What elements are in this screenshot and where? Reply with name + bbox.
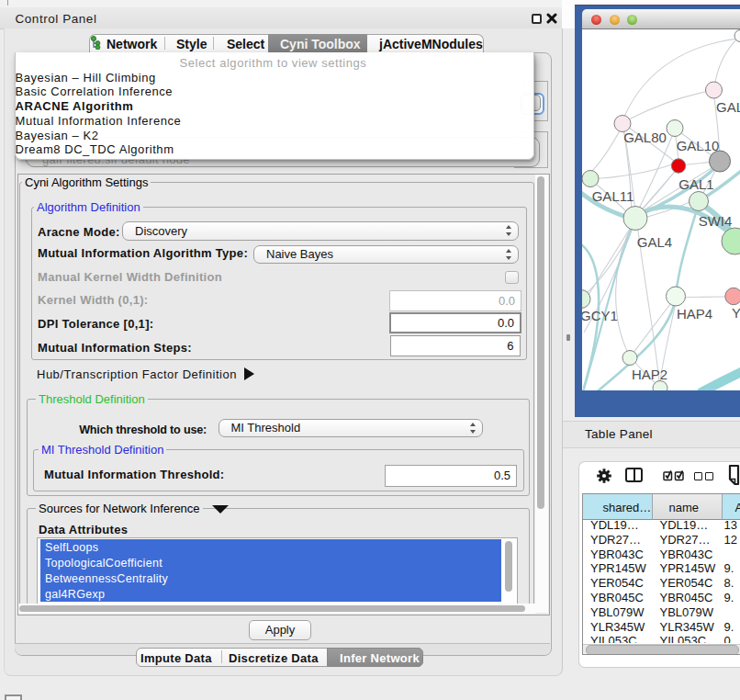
svg-text:GAL4: GAL4 [637, 234, 672, 250]
svg-text:HAP4: HAP4 [677, 306, 712, 322]
svg-text:GAL11: GAL11 [592, 188, 634, 204]
svg-text:YKL: YKL [732, 305, 740, 321]
svg-text:GAL1: GAL1 [678, 176, 713, 192]
svg-text:SWI4: SWI4 [699, 213, 733, 229]
svg-text:GAL10: GAL10 [677, 138, 720, 153]
svg-text:GAL80: GAL80 [623, 130, 667, 145]
svg-text:GCY1: GCY1 [582, 308, 618, 323]
svg-text:GAL2: GAL2 [716, 99, 740, 115]
svg-text:HAP2: HAP2 [632, 367, 667, 382]
